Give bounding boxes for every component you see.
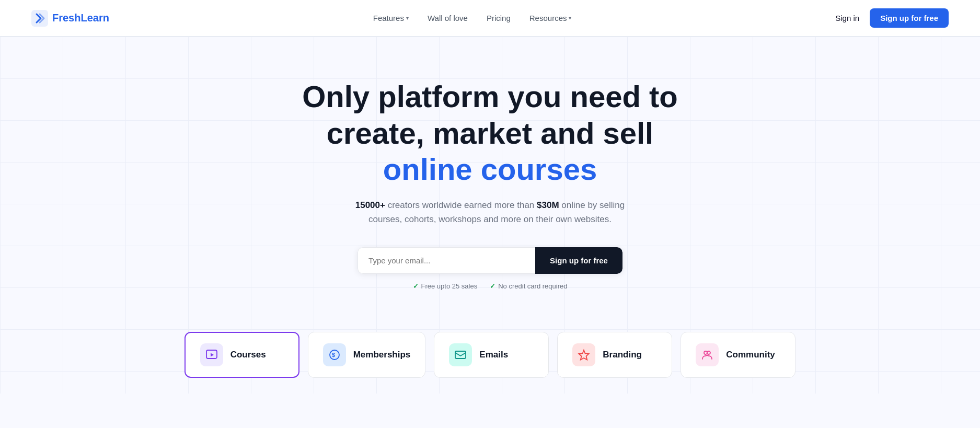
hero-subtitle: 15000+ creators worldwide earned more th… — [344, 198, 637, 226]
badge-free-sales: ✓ Free upto 25 sales — [413, 282, 478, 290]
navbar: FreshLearn Features ▾ Wall of love Prici… — [0, 0, 980, 37]
signup-hero-button[interactable]: Sign up for free — [535, 247, 622, 274]
emails-label: Emails — [479, 350, 508, 360]
nav-links: Features ▾ Wall of love Pricing Resource… — [373, 14, 572, 22]
svg-point-5 — [704, 351, 707, 354]
emails-icon — [449, 343, 472, 366]
feature-card-branding[interactable]: Branding — [557, 332, 672, 378]
branding-label: Branding — [603, 350, 642, 360]
branding-icon — [572, 343, 595, 366]
check-icon-2: ✓ — [490, 282, 495, 290]
courses-label: Courses — [230, 350, 266, 360]
community-icon — [696, 343, 719, 366]
nav-resources[interactable]: Resources ▾ — [529, 14, 572, 22]
svg-point-6 — [707, 351, 710, 354]
trust-badges: ✓ Free upto 25 sales ✓ No credit card re… — [413, 282, 568, 290]
nav-pricing[interactable]: Pricing — [487, 14, 511, 22]
logo[interactable]: FreshLearn — [31, 10, 109, 27]
feature-card-courses[interactable]: Courses — [185, 332, 299, 378]
community-label: Community — [726, 350, 775, 360]
email-input[interactable] — [358, 247, 535, 274]
feature-card-community[interactable]: Community — [681, 332, 795, 378]
check-icon-1: ✓ — [413, 282, 419, 290]
feature-card-emails[interactable]: Emails — [434, 332, 549, 378]
feature-cards: Courses $ Memberships Emails — [0, 321, 980, 394]
nav-wall-of-love[interactable]: Wall of love — [428, 14, 468, 22]
logo-icon — [31, 10, 48, 27]
logo-text: FreshLearn — [52, 12, 109, 24]
nav-actions: Sign in Sign up for free — [835, 8, 949, 28]
feature-card-memberships[interactable]: $ Memberships — [308, 332, 426, 378]
hero-title: Only platform you need to create, market… — [281, 78, 699, 188]
courses-icon — [200, 343, 223, 366]
nav-features[interactable]: Features ▾ — [373, 14, 409, 22]
signin-button[interactable]: Sign in — [835, 14, 859, 22]
email-form: Sign up for free — [358, 247, 622, 274]
memberships-label: Memberships — [353, 350, 411, 360]
signup-nav-button[interactable]: Sign up for free — [870, 8, 949, 28]
memberships-icon: $ — [323, 343, 346, 366]
svg-text:$: $ — [332, 352, 335, 358]
hero-section: Only platform you need to create, market… — [0, 37, 980, 321]
badge-no-credit-card: ✓ No credit card required — [490, 282, 567, 290]
svg-rect-4 — [455, 351, 466, 358]
